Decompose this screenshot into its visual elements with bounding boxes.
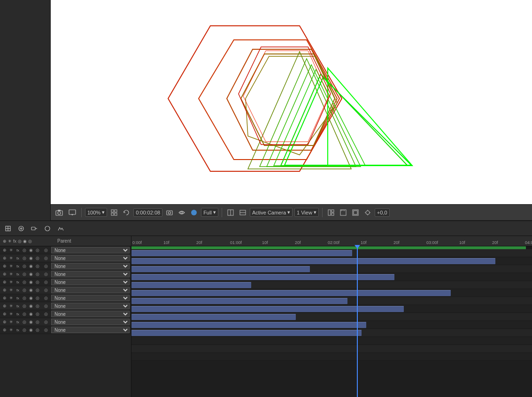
layer-visibility-6[interactable]: ⊕: [1, 287, 8, 293]
layer-adjust-11[interactable]: ◉: [28, 327, 34, 333]
layer-3d-6[interactable]: ◎: [34, 287, 41, 293]
layer-visibility-5[interactable]: ⊕: [1, 279, 8, 285]
track-bar-1[interactable]: [131, 250, 352, 256]
track-row-6[interactable]: [131, 289, 532, 297]
layer-shy-9[interactable]: ✳: [8, 311, 15, 317]
layer-shy-11[interactable]: ✳: [8, 327, 15, 333]
layer-fx-2[interactable]: fx: [15, 255, 21, 261]
layer-motion-2[interactable]: ◎: [21, 255, 28, 261]
layer-parent-select-4[interactable]: None: [51, 271, 130, 277]
layer-visibility-10[interactable]: ⊕: [1, 319, 8, 325]
layer-visibility-11[interactable]: ⊕: [1, 327, 8, 333]
layer-parent-select-1[interactable]: None: [51, 247, 130, 253]
track-bar-4[interactable]: [131, 274, 394, 280]
safe-margins-button[interactable]: [350, 208, 361, 217]
layer-3d-7[interactable]: ◎: [34, 295, 41, 301]
timeline-tool-5[interactable]: [55, 224, 66, 233]
timeline-tracks[interactable]: 0:00f 10f 20f 01:00f 10f 20f 02:00f 10f …: [131, 236, 532, 397]
layer-adjust-6[interactable]: ◉: [28, 287, 34, 293]
layer-fx-5[interactable]: fx: [15, 279, 21, 285]
props-button[interactable]: [362, 208, 373, 217]
layer-motion-10[interactable]: ◎: [21, 319, 28, 325]
layer-adjust-4[interactable]: ◉: [28, 271, 34, 277]
layer-motion-7[interactable]: ◎: [21, 295, 28, 301]
layer-3d-10[interactable]: ◎: [34, 319, 41, 325]
layer-shy-5[interactable]: ✳: [8, 279, 15, 285]
monitor-button[interactable]: [67, 208, 78, 217]
layer-visibility-7[interactable]: ⊕: [1, 295, 8, 301]
track-row-8[interactable]: [131, 305, 532, 313]
layer-fx-4[interactable]: fx: [15, 271, 21, 277]
layer-parent-select-10[interactable]: None: [51, 319, 130, 325]
track-bar-2[interactable]: [131, 258, 495, 264]
layer-motion-9[interactable]: ◎: [21, 311, 28, 317]
snapshot-button[interactable]: [54, 208, 65, 217]
layer-adjust-9[interactable]: ◉: [28, 311, 34, 317]
layer-motion-5[interactable]: ◎: [21, 279, 28, 285]
layer-shy-2[interactable]: ✳: [8, 255, 15, 261]
track-bar-11[interactable]: [131, 330, 362, 336]
layer-visibility-1[interactable]: ⊕: [1, 247, 8, 253]
track-row-2[interactable]: [131, 257, 532, 265]
layer-3d-2[interactable]: ◎: [34, 255, 41, 261]
zoom-dropdown[interactable]: 100% ▾: [85, 208, 107, 217]
layer-3d-8[interactable]: ◎: [34, 303, 41, 309]
layer-fx-11[interactable]: fx: [15, 327, 21, 333]
camera-snapshot-button[interactable]: [164, 208, 175, 217]
track-row-10[interactable]: [131, 321, 532, 329]
layer-3d-4[interactable]: ◎: [34, 271, 41, 277]
layer-visibility-9[interactable]: ⊕: [1, 311, 8, 317]
layer-3d-3[interactable]: ◎: [34, 263, 41, 269]
layer-fx-3[interactable]: fx: [15, 263, 21, 269]
offset-dropdown[interactable]: +0,0: [375, 208, 390, 217]
layer-motion-1[interactable]: ◎: [21, 247, 28, 253]
camera-dropdown[interactable]: Active Camera ▾: [250, 208, 293, 217]
track-row-9[interactable]: [131, 313, 532, 321]
layer-parent-select-5[interactable]: None: [51, 279, 130, 285]
layer-shy-4[interactable]: ✳: [8, 271, 15, 277]
resolution-button[interactable]: [238, 208, 248, 217]
layout-button[interactable]: [326, 208, 336, 217]
layer-fx-10[interactable]: fx: [15, 319, 21, 325]
view-dropdown[interactable]: 1 View ▾: [294, 208, 319, 217]
layer-3d-5[interactable]: ◎: [34, 279, 41, 285]
layer-parent-select-6[interactable]: None: [51, 287, 130, 293]
layer-shy-3[interactable]: ✳: [8, 263, 15, 269]
layer-shy-8[interactable]: ✳: [8, 303, 15, 309]
track-bar-6[interactable]: [131, 290, 451, 296]
layer-3d-11[interactable]: ◎: [34, 327, 41, 333]
quality-dropdown[interactable]: Full ▾: [201, 208, 218, 217]
layer-shy-6[interactable]: ✳: [8, 287, 15, 293]
timeline-tool-4[interactable]: [42, 224, 53, 233]
layer-adjust-5[interactable]: ◉: [28, 279, 34, 285]
layer-shy-1[interactable]: ✳: [8, 247, 15, 253]
track-bar-9[interactable]: [131, 314, 296, 320]
track-row-7[interactable]: [131, 297, 532, 305]
timeline-tool-2[interactable]: [16, 224, 26, 233]
layer-visibility-2[interactable]: ⊕: [1, 255, 8, 261]
layer-fx-7[interactable]: fx: [15, 295, 21, 301]
layer-parent-select-7[interactable]: None: [51, 295, 130, 301]
layer-fx-9[interactable]: fx: [15, 311, 21, 317]
track-row-1[interactable]: [131, 249, 532, 257]
eye-button[interactable]: [177, 209, 187, 216]
timeline-tool-3[interactable]: [29, 224, 39, 233]
grid-button[interactable]: [109, 208, 119, 217]
track-bar-3[interactable]: [131, 266, 310, 272]
layer-visibility-8[interactable]: ⊕: [1, 303, 8, 309]
layer-adjust-2[interactable]: ◉: [28, 255, 34, 261]
layer-motion-8[interactable]: ◎: [21, 303, 28, 309]
layer-parent-select-3[interactable]: None: [51, 263, 130, 269]
layer-motion-4[interactable]: ◎: [21, 271, 28, 277]
layer-adjust-7[interactable]: ◉: [28, 295, 34, 301]
track-bar-5[interactable]: [131, 282, 251, 288]
layer-3d-9[interactable]: ◎: [34, 311, 41, 317]
layer-visibility-3[interactable]: ⊕: [1, 263, 8, 269]
layer-shy-10[interactable]: ✳: [8, 319, 15, 325]
track-bar-10[interactable]: [131, 322, 366, 328]
layer-adjust-3[interactable]: ◉: [28, 263, 34, 269]
layer-adjust-8[interactable]: ◉: [28, 303, 34, 309]
refresh-button[interactable]: [121, 208, 131, 217]
track-row-5[interactable]: [131, 281, 532, 289]
rulers-button[interactable]: [338, 208, 348, 217]
